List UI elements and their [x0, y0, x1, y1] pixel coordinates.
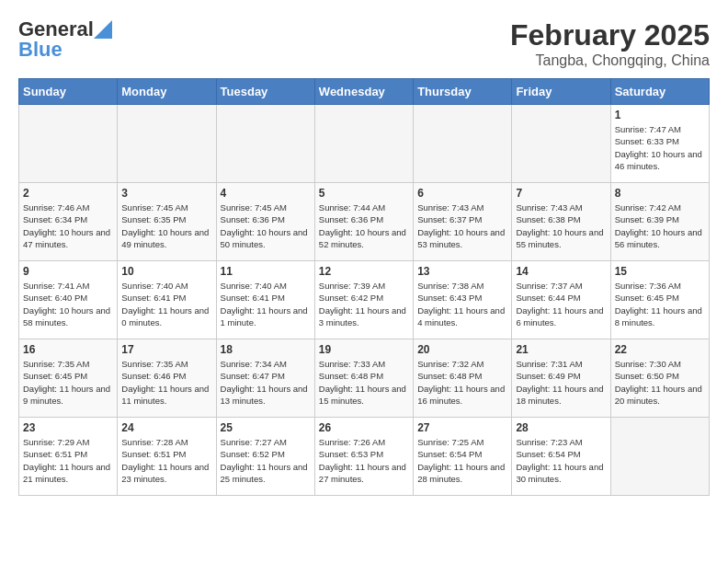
day-number: 5 — [319, 187, 409, 200]
calendar-cell: 25Sunrise: 7:27 AMSunset: 6:52 PMDayligh… — [216, 418, 314, 496]
day-info: Sunrise: 7:46 AMSunset: 6:34 PMDaylight:… — [23, 201, 113, 250]
day-number: 18 — [221, 343, 311, 356]
calendar-cell: 3Sunrise: 7:45 AMSunset: 6:35 PMDaylight… — [118, 183, 216, 261]
logo-icon — [94, 20, 112, 39]
day-info: Sunrise: 7:45 AMSunset: 6:35 PMDaylight:… — [121, 201, 211, 250]
calendar-cell: 6Sunrise: 7:43 AMSunset: 6:37 PMDaylight… — [414, 183, 512, 261]
day-number: 26 — [319, 421, 409, 434]
day-info: Sunrise: 7:27 AMSunset: 6:52 PMDaylight:… — [221, 436, 311, 485]
day-number: 27 — [417, 421, 507, 434]
day-number: 20 — [417, 343, 507, 356]
day-info: Sunrise: 7:42 AMSunset: 6:39 PMDaylight:… — [615, 201, 705, 250]
calendar-cell: 12Sunrise: 7:39 AMSunset: 6:42 PMDayligh… — [314, 261, 413, 339]
day-info: Sunrise: 7:44 AMSunset: 6:36 PMDaylight:… — [319, 201, 409, 250]
location-subtitle: Tangba, Chongqing, China — [510, 52, 710, 69]
day-number: 25 — [221, 421, 311, 434]
calendar-cell — [216, 105, 314, 183]
calendar-cell: 20Sunrise: 7:32 AMSunset: 6:48 PMDayligh… — [414, 339, 512, 418]
calendar-cell: 17Sunrise: 7:35 AMSunset: 6:46 PMDayligh… — [118, 339, 216, 418]
day-number: 9 — [23, 265, 113, 278]
day-number: 22 — [615, 343, 705, 356]
day-info: Sunrise: 7:25 AMSunset: 6:54 PMDaylight:… — [417, 436, 507, 485]
day-info: Sunrise: 7:36 AMSunset: 6:45 PMDaylight:… — [615, 280, 705, 328]
day-number: 28 — [516, 421, 606, 434]
calendar-week-row: 16Sunrise: 7:35 AMSunset: 6:45 PMDayligh… — [19, 339, 710, 418]
calendar-cell: 27Sunrise: 7:25 AMSunset: 6:54 PMDayligh… — [414, 418, 512, 496]
day-info: Sunrise: 7:37 AMSunset: 6:44 PMDaylight:… — [516, 280, 606, 328]
day-info: Sunrise: 7:41 AMSunset: 6:40 PMDaylight:… — [23, 280, 113, 328]
calendar-cell — [610, 418, 709, 496]
calendar-cell: 1Sunrise: 7:47 AMSunset: 6:33 PMDaylight… — [610, 105, 709, 183]
day-number: 13 — [417, 265, 507, 278]
day-of-week-header: Monday — [118, 79, 216, 105]
calendar-cell: 19Sunrise: 7:33 AMSunset: 6:48 PMDayligh… — [314, 339, 413, 418]
day-info: Sunrise: 7:39 AMSunset: 6:42 PMDaylight:… — [319, 280, 409, 328]
calendar-week-row: 9Sunrise: 7:41 AMSunset: 6:40 PMDaylight… — [19, 261, 710, 339]
day-number: 24 — [121, 421, 211, 434]
day-number: 3 — [121, 187, 211, 200]
day-info: Sunrise: 7:43 AMSunset: 6:37 PMDaylight:… — [417, 201, 507, 250]
calendar-cell: 5Sunrise: 7:44 AMSunset: 6:36 PMDaylight… — [314, 183, 413, 261]
calendar-week-row: 1Sunrise: 7:47 AMSunset: 6:33 PMDaylight… — [19, 105, 710, 183]
day-info: Sunrise: 7:32 AMSunset: 6:48 PMDaylight:… — [417, 358, 507, 407]
day-info: Sunrise: 7:35 AMSunset: 6:45 PMDaylight:… — [23, 358, 113, 407]
day-number: 7 — [516, 187, 606, 200]
calendar-cell: 26Sunrise: 7:26 AMSunset: 6:53 PMDayligh… — [314, 418, 413, 496]
day-number: 15 — [615, 265, 705, 278]
calendar-cell: 28Sunrise: 7:23 AMSunset: 6:54 PMDayligh… — [512, 418, 610, 496]
day-of-week-header: Friday — [512, 79, 610, 105]
day-info: Sunrise: 7:23 AMSunset: 6:54 PMDaylight:… — [516, 436, 606, 485]
calendar-cell: 13Sunrise: 7:38 AMSunset: 6:43 PMDayligh… — [414, 261, 512, 339]
calendar-cell: 21Sunrise: 7:31 AMSunset: 6:49 PMDayligh… — [512, 339, 610, 418]
day-info: Sunrise: 7:40 AMSunset: 6:41 PMDaylight:… — [121, 280, 211, 328]
calendar-cell: 24Sunrise: 7:28 AMSunset: 6:51 PMDayligh… — [118, 418, 216, 496]
day-info: Sunrise: 7:45 AMSunset: 6:36 PMDaylight:… — [221, 201, 311, 250]
calendar-cell — [414, 105, 512, 183]
day-info: Sunrise: 7:34 AMSunset: 6:47 PMDaylight:… — [221, 358, 311, 407]
calendar-cell: 14Sunrise: 7:37 AMSunset: 6:44 PMDayligh… — [512, 261, 610, 339]
calendar-table: SundayMondayTuesdayWednesdayThursdayFrid… — [18, 78, 710, 496]
day-info: Sunrise: 7:30 AMSunset: 6:50 PMDaylight:… — [615, 358, 705, 407]
day-info: Sunrise: 7:38 AMSunset: 6:43 PMDaylight:… — [417, 280, 507, 328]
day-number: 14 — [516, 265, 606, 278]
day-number: 19 — [319, 343, 409, 356]
calendar-week-row: 2Sunrise: 7:46 AMSunset: 6:34 PMDaylight… — [19, 183, 710, 261]
day-number: 23 — [23, 421, 113, 434]
calendar-cell: 10Sunrise: 7:40 AMSunset: 6:41 PMDayligh… — [118, 261, 216, 339]
calendar-cell: 8Sunrise: 7:42 AMSunset: 6:39 PMDaylight… — [610, 183, 709, 261]
calendar-cell: 2Sunrise: 7:46 AMSunset: 6:34 PMDaylight… — [19, 183, 118, 261]
day-number: 10 — [121, 265, 211, 278]
calendar-week-row: 23Sunrise: 7:29 AMSunset: 6:51 PMDayligh… — [19, 418, 710, 496]
title-area: February 2025 Tangba, Chongqing, China — [510, 18, 710, 69]
day-info: Sunrise: 7:47 AMSunset: 6:33 PMDaylight:… — [615, 123, 705, 172]
day-of-week-header: Tuesday — [216, 79, 314, 105]
logo-blue: Blue — [18, 39, 112, 61]
day-number: 8 — [615, 187, 705, 200]
calendar-cell — [314, 105, 413, 183]
calendar-cell — [19, 105, 118, 183]
day-number: 16 — [23, 343, 113, 356]
calendar-cell: 23Sunrise: 7:29 AMSunset: 6:51 PMDayligh… — [19, 418, 118, 496]
day-info: Sunrise: 7:40 AMSunset: 6:41 PMDaylight:… — [221, 280, 311, 328]
calendar-cell: 18Sunrise: 7:34 AMSunset: 6:47 PMDayligh… — [216, 339, 314, 418]
day-number: 4 — [221, 187, 311, 200]
day-number: 12 — [319, 265, 409, 278]
calendar-cell: 7Sunrise: 7:43 AMSunset: 6:38 PMDaylight… — [512, 183, 610, 261]
calendar-cell: 9Sunrise: 7:41 AMSunset: 6:40 PMDaylight… — [19, 261, 118, 339]
day-number: 2 — [23, 187, 113, 200]
calendar-cell: 16Sunrise: 7:35 AMSunset: 6:45 PMDayligh… — [19, 339, 118, 418]
day-info: Sunrise: 7:33 AMSunset: 6:48 PMDaylight:… — [319, 358, 409, 407]
month-year-title: February 2025 — [510, 18, 710, 52]
day-number: 17 — [121, 343, 211, 356]
day-of-week-header: Thursday — [414, 79, 512, 105]
day-info: Sunrise: 7:28 AMSunset: 6:51 PMDaylight:… — [121, 436, 211, 485]
calendar-cell: 11Sunrise: 7:40 AMSunset: 6:41 PMDayligh… — [216, 261, 314, 339]
day-of-week-header: Sunday — [19, 79, 118, 105]
calendar-header-row: SundayMondayTuesdayWednesdayThursdayFrid… — [19, 79, 710, 105]
day-of-week-header: Wednesday — [314, 79, 413, 105]
calendar-cell: 22Sunrise: 7:30 AMSunset: 6:50 PMDayligh… — [610, 339, 709, 418]
svg-marker-0 — [94, 20, 112, 39]
calendar-cell — [512, 105, 610, 183]
day-number: 21 — [516, 343, 606, 356]
logo: General Blue — [18, 18, 112, 61]
